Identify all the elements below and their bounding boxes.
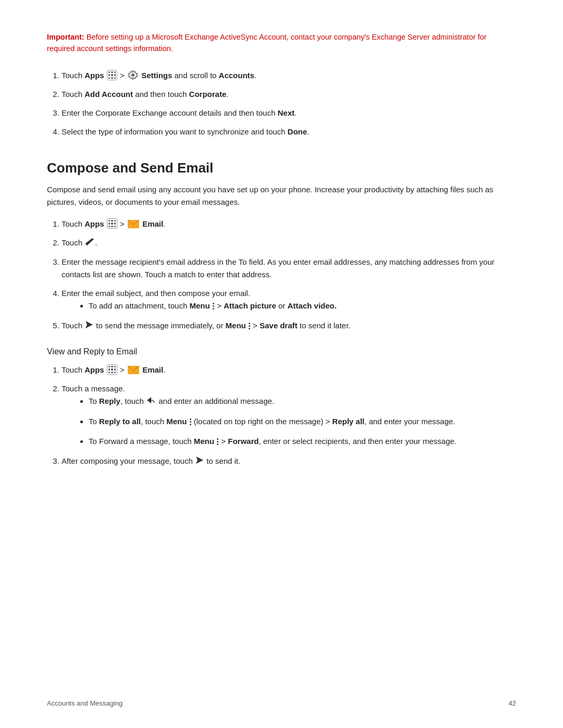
- compose-steps-list: Touch Apps > Email. Touch: [62, 218, 516, 332]
- footer-right: 42: [509, 699, 516, 707]
- setup-step-3: Enter the Corporate Exchange account det…: [62, 107, 516, 119]
- page: Important: Before setting up a Microsoft…: [0, 0, 563, 728]
- menu-dots-3: [190, 418, 191, 425]
- new-compose-icon: [85, 237, 94, 249]
- svg-marker-6: [147, 397, 151, 403]
- email-bold-v1: Email: [142, 365, 163, 374]
- svg-marker-4: [85, 321, 93, 328]
- email-icon-v1: [127, 365, 142, 374]
- compose-step-1: Touch Apps > Email.: [62, 218, 516, 230]
- email-icon-c1: [127, 219, 142, 228]
- forward-bullet: To Forward a message, touch Menu > Forwa…: [89, 435, 516, 448]
- compose-step-5: Touch to send the message immediately, o…: [62, 319, 516, 332]
- svg-marker-7: [196, 456, 203, 464]
- save-draft-bold: Save draft: [260, 321, 298, 330]
- forward-bold: Forward: [228, 437, 259, 446]
- setup-step-2: Touch Add Account and then touch Corpora…: [62, 88, 516, 101]
- add-account-bold: Add Account: [84, 90, 133, 98]
- done-bold: Done: [288, 127, 308, 136]
- next-bold: Next: [277, 108, 295, 117]
- attach-video-bold: Attach video.: [287, 301, 336, 310]
- compose-step-3: Enter the message recipient's email addr…: [62, 256, 516, 281]
- reply-all-action-bold: Reply all: [332, 417, 364, 426]
- setup-steps-list: Touch Apps > Settings and scroll to Acco…: [62, 69, 516, 138]
- settings-icon: [128, 70, 138, 80]
- important-notice: Important: Before setting up a Microsoft…: [47, 31, 516, 55]
- view-reply-title: View and Reply to Email: [47, 347, 516, 356]
- menu-bold-4: Menu: [194, 437, 214, 446]
- important-label: Important:: [47, 33, 84, 41]
- compose-step-4: Enter the email subject, and then compos…: [62, 287, 516, 312]
- view-step-3: After composing your message, touch to s…: [62, 455, 516, 468]
- compose-bullet-attachment: To add an attachment, touch Menu > Attac…: [89, 300, 516, 312]
- apps-icon-c1: [107, 218, 117, 229]
- compose-section-title: Compose and Send Email: [47, 160, 516, 176]
- apps-icon: [107, 70, 117, 80]
- svg-marker-2: [85, 238, 94, 245]
- reply-bold: Reply: [99, 397, 120, 405]
- compose-step-2: Touch .: [62, 237, 516, 250]
- reply-bullet: To Reply, touch and enter an additional …: [89, 395, 516, 408]
- send-icon-1: [85, 319, 93, 332]
- apps-bold-v1: Apps: [84, 365, 104, 374]
- compose-step-4-bullets: To add an attachment, touch Menu > Attac…: [89, 300, 516, 312]
- compose-intro: Compose and send email using any account…: [47, 183, 516, 208]
- email-bold-c1: Email: [142, 219, 163, 228]
- footer-left: Accounts and Messaging: [47, 699, 123, 707]
- menu-bold-1: Menu: [189, 301, 210, 310]
- corporate-bold: Corporate: [189, 90, 227, 98]
- menu-dots-4: [217, 438, 218, 445]
- reply-all-bullet: To Reply to all, touch Menu (located on …: [89, 415, 516, 428]
- setup-step-1: Touch Apps > Settings and scroll to Acco…: [62, 69, 516, 82]
- menu-dots-2: [249, 323, 250, 329]
- reply-icon: [147, 395, 155, 408]
- attach-picture-bold: Attach picture: [224, 301, 276, 310]
- apps-icon-v1: [107, 364, 117, 375]
- footer: Accounts and Messaging 42: [47, 699, 516, 707]
- setup-step-4: Select the type of information you want …: [62, 126, 516, 138]
- view-step-2-bullets: To Reply, touch and enter an additional …: [89, 395, 516, 448]
- menu-bold-3: Menu: [166, 417, 187, 426]
- view-step-1: Touch Apps > Email.: [62, 364, 516, 376]
- apps-bold-c1: Apps: [84, 219, 104, 228]
- menu-dots-1: [213, 303, 214, 310]
- view-reply-steps-list: Touch Apps > Email. Touch a message.: [62, 364, 516, 468]
- menu-bold-2: Menu: [226, 321, 246, 330]
- settings-bold: Settings: [141, 71, 172, 80]
- reply-all-bold: Reply to all: [99, 417, 141, 426]
- svg-point-0: [131, 73, 134, 77]
- important-text: Before setting up a Microsoft Exchange A…: [47, 33, 486, 53]
- apps-bold-1: Apps: [84, 71, 104, 80]
- send-icon-2: [196, 455, 203, 467]
- view-step-2: Touch a message. To Reply, touch and ent…: [62, 382, 516, 448]
- accounts-bold: Accounts: [219, 71, 254, 80]
